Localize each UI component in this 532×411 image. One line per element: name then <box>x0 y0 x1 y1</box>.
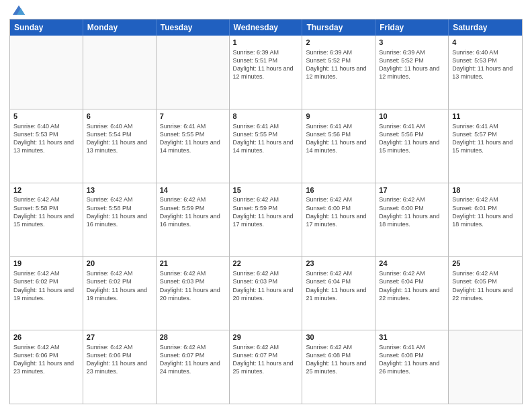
day-number: 9 <box>306 111 371 122</box>
day-number: 27 <box>87 332 152 342</box>
day-number: 19 <box>13 259 79 269</box>
cell-info: Sunrise: 6:42 AM Sunset: 6:00 PM Dayligh… <box>379 195 445 228</box>
day-number: 1 <box>233 38 299 48</box>
calendar-cell-day-9: 9Sunrise: 6:41 AM Sunset: 5:56 PM Daylig… <box>302 109 375 183</box>
day-number: 13 <box>87 185 152 195</box>
day-number: 17 <box>379 185 445 195</box>
calendar-cell-day-28: 28Sunrise: 6:42 AM Sunset: 6:07 PM Dayli… <box>157 330 230 404</box>
calendar-cell-day-15: 15Sunrise: 6:42 AM Sunset: 5:59 PM Dayli… <box>230 183 303 257</box>
cell-info: Sunrise: 6:39 AM Sunset: 5:52 PM Dayligh… <box>306 48 371 81</box>
day-number: 8 <box>233 111 299 122</box>
cell-info: Sunrise: 6:42 AM Sunset: 6:02 PM Dayligh… <box>87 269 152 302</box>
calendar-cell-empty-0-1 <box>83 36 157 109</box>
cell-info: Sunrise: 6:42 AM Sunset: 6:00 PM Dayligh… <box>306 195 371 228</box>
cell-info: Sunrise: 6:42 AM Sunset: 5:58 PM Dayligh… <box>13 195 79 228</box>
day-number: 21 <box>160 259 226 269</box>
day-number: 20 <box>87 259 152 269</box>
cell-info: Sunrise: 6:42 AM Sunset: 6:07 PM Dayligh… <box>233 343 299 376</box>
header-monday: Monday <box>83 19 157 36</box>
header-tuesday: Tuesday <box>157 19 230 36</box>
cell-info: Sunrise: 6:42 AM Sunset: 5:58 PM Dayligh… <box>87 195 152 228</box>
calendar-cell-day-27: 27Sunrise: 6:42 AM Sunset: 6:06 PM Dayli… <box>83 330 157 404</box>
calendar-cell-day-21: 21Sunrise: 6:42 AM Sunset: 6:03 PM Dayli… <box>157 257 230 330</box>
day-number: 14 <box>160 185 226 195</box>
cell-info: Sunrise: 6:41 AM Sunset: 5:57 PM Dayligh… <box>452 122 519 155</box>
day-number: 26 <box>13 332 79 342</box>
cell-info: Sunrise: 6:42 AM Sunset: 6:07 PM Dayligh… <box>160 343 226 376</box>
day-number: 7 <box>160 111 226 122</box>
calendar-cell-empty-0-2 <box>157 36 230 109</box>
day-number: 11 <box>452 111 519 122</box>
header-thursday: Thursday <box>302 19 375 36</box>
calendar-cell-day-29: 29Sunrise: 6:42 AM Sunset: 6:07 PM Dayli… <box>230 330 303 404</box>
calendar-row-1: 5Sunrise: 6:40 AM Sunset: 5:53 PM Daylig… <box>10 109 522 183</box>
day-number: 12 <box>13 185 79 195</box>
calendar-cell-day-19: 19Sunrise: 6:42 AM Sunset: 6:02 PM Dayli… <box>10 257 83 330</box>
calendar-cell-empty-4-6 <box>449 330 522 404</box>
calendar-row-2: 12Sunrise: 6:42 AM Sunset: 5:58 PM Dayli… <box>10 183 522 257</box>
cell-info: Sunrise: 6:42 AM Sunset: 6:06 PM Dayligh… <box>87 343 152 376</box>
calendar-cell-day-6: 6Sunrise: 6:40 AM Sunset: 5:54 PM Daylig… <box>83 109 157 183</box>
calendar-cell-day-25: 25Sunrise: 6:42 AM Sunset: 6:05 PM Dayli… <box>449 257 522 330</box>
cell-info: Sunrise: 6:41 AM Sunset: 5:56 PM Dayligh… <box>379 122 445 155</box>
day-number: 18 <box>452 185 519 195</box>
calendar-cell-day-22: 22Sunrise: 6:42 AM Sunset: 6:03 PM Dayli… <box>230 257 303 330</box>
day-number: 16 <box>306 185 371 195</box>
calendar-cell-day-31: 31Sunrise: 6:41 AM Sunset: 6:08 PM Dayli… <box>375 330 449 404</box>
calendar-cell-day-30: 30Sunrise: 6:42 AM Sunset: 6:08 PM Dayli… <box>302 330 375 404</box>
day-number: 10 <box>379 111 445 122</box>
logo-icon <box>11 3 26 17</box>
cell-info: Sunrise: 6:41 AM Sunset: 5:55 PM Dayligh… <box>160 122 226 155</box>
calendar-row-4: 26Sunrise: 6:42 AM Sunset: 6:06 PM Dayli… <box>10 330 522 404</box>
calendar-cell-day-3: 3Sunrise: 6:39 AM Sunset: 5:52 PM Daylig… <box>375 36 449 109</box>
cell-info: Sunrise: 6:42 AM Sunset: 6:08 PM Dayligh… <box>306 343 371 376</box>
cell-info: Sunrise: 6:39 AM Sunset: 5:52 PM Dayligh… <box>379 48 445 81</box>
day-number: 15 <box>233 185 299 195</box>
header-friday: Friday <box>375 19 449 36</box>
cell-info: Sunrise: 6:39 AM Sunset: 5:51 PM Dayligh… <box>233 48 299 81</box>
day-number: 24 <box>379 259 445 269</box>
calendar-cell-day-5: 5Sunrise: 6:40 AM Sunset: 5:53 PM Daylig… <box>10 109 83 183</box>
calendar-cell-day-4: 4Sunrise: 6:40 AM Sunset: 5:53 PM Daylig… <box>449 36 522 109</box>
calendar-cell-day-17: 17Sunrise: 6:42 AM Sunset: 6:00 PM Dayli… <box>375 183 449 257</box>
calendar-header: Sunday Monday Tuesday Wednesday Thursday… <box>10 19 522 36</box>
calendar-cell-day-1: 1Sunrise: 6:39 AM Sunset: 5:51 PM Daylig… <box>230 36 303 109</box>
day-number: 22 <box>233 259 299 269</box>
cell-info: Sunrise: 6:40 AM Sunset: 5:53 PM Dayligh… <box>452 48 519 81</box>
calendar-cell-day-24: 24Sunrise: 6:42 AM Sunset: 6:04 PM Dayli… <box>375 257 449 330</box>
calendar: Sunday Monday Tuesday Wednesday Thursday… <box>9 19 523 404</box>
calendar-cell-day-13: 13Sunrise: 6:42 AM Sunset: 5:58 PM Dayli… <box>83 183 157 257</box>
cell-info: Sunrise: 6:41 AM Sunset: 5:55 PM Dayligh… <box>233 122 299 155</box>
calendar-cell-day-14: 14Sunrise: 6:42 AM Sunset: 5:59 PM Dayli… <box>157 183 230 257</box>
cell-info: Sunrise: 6:42 AM Sunset: 5:59 PM Dayligh… <box>233 195 299 228</box>
calendar-cell-day-20: 20Sunrise: 6:42 AM Sunset: 6:02 PM Dayli… <box>83 257 157 330</box>
cell-info: Sunrise: 6:42 AM Sunset: 6:04 PM Dayligh… <box>379 269 445 302</box>
day-number: 30 <box>306 332 371 342</box>
calendar-cell-day-18: 18Sunrise: 6:42 AM Sunset: 6:01 PM Dayli… <box>449 183 522 257</box>
header <box>9 7 523 15</box>
logo-text <box>9 9 26 15</box>
calendar-cell-day-2: 2Sunrise: 6:39 AM Sunset: 5:52 PM Daylig… <box>302 36 375 109</box>
day-number: 3 <box>379 38 445 48</box>
cell-info: Sunrise: 6:40 AM Sunset: 5:53 PM Dayligh… <box>13 122 79 155</box>
calendar-cell-day-10: 10Sunrise: 6:41 AM Sunset: 5:56 PM Dayli… <box>375 109 449 183</box>
cell-info: Sunrise: 6:42 AM Sunset: 6:05 PM Dayligh… <box>452 269 519 302</box>
cell-info: Sunrise: 6:42 AM Sunset: 5:59 PM Dayligh… <box>160 195 226 228</box>
day-number: 28 <box>160 332 226 342</box>
cell-info: Sunrise: 6:42 AM Sunset: 6:03 PM Dayligh… <box>160 269 226 302</box>
day-number: 25 <box>452 259 519 269</box>
day-number: 29 <box>233 332 299 342</box>
day-number: 23 <box>306 259 371 269</box>
calendar-cell-day-11: 11Sunrise: 6:41 AM Sunset: 5:57 PM Dayli… <box>449 109 522 183</box>
calendar-row-0: 1Sunrise: 6:39 AM Sunset: 5:51 PM Daylig… <box>10 36 522 109</box>
calendar-cell-day-7: 7Sunrise: 6:41 AM Sunset: 5:55 PM Daylig… <box>157 109 230 183</box>
cell-info: Sunrise: 6:41 AM Sunset: 5:56 PM Dayligh… <box>306 122 371 155</box>
cell-info: Sunrise: 6:42 AM Sunset: 6:06 PM Dayligh… <box>13 343 79 376</box>
day-number: 6 <box>87 111 152 122</box>
day-number: 2 <box>306 38 371 48</box>
calendar-cell-empty-0-0 <box>10 36 83 109</box>
day-number: 4 <box>452 38 519 48</box>
cell-info: Sunrise: 6:42 AM Sunset: 6:02 PM Dayligh… <box>13 269 79 302</box>
calendar-cell-day-8: 8Sunrise: 6:41 AM Sunset: 5:55 PM Daylig… <box>230 109 303 183</box>
cell-info: Sunrise: 6:42 AM Sunset: 6:01 PM Dayligh… <box>452 195 519 228</box>
